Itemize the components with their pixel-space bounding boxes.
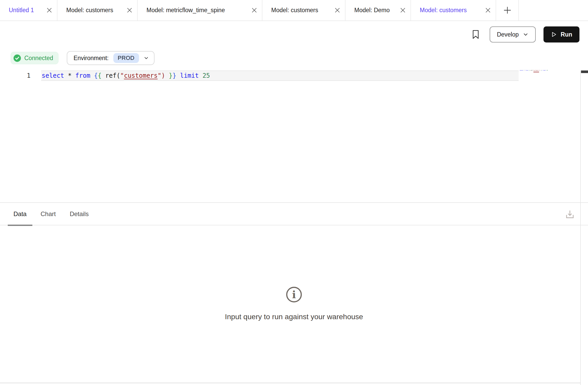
code-token: select bbox=[520, 70, 523, 71]
results-tab-label: Data bbox=[13, 210, 27, 218]
status-row: Connected Environment: PROD bbox=[11, 51, 155, 65]
download-icon[interactable] bbox=[564, 209, 576, 220]
code-token bbox=[101, 72, 105, 79]
code-token: limit bbox=[543, 70, 546, 71]
connected-status-badge: Connected bbox=[11, 52, 58, 64]
editor-tab[interactable]: Model: customers bbox=[57, 0, 138, 20]
editor-tab[interactable]: Model: Demo bbox=[346, 0, 411, 20]
code-token: ref bbox=[105, 72, 116, 79]
code-token bbox=[64, 72, 68, 79]
develop-button[interactable]: Develop bbox=[490, 26, 536, 42]
code-token: " bbox=[120, 72, 124, 79]
code-token bbox=[199, 72, 202, 79]
close-icon[interactable] bbox=[335, 8, 340, 13]
code-token: 25 bbox=[202, 72, 210, 79]
tab-label: Model: customers bbox=[420, 7, 467, 14]
run-button-label: Run bbox=[561, 31, 572, 38]
code-token bbox=[72, 72, 75, 79]
results-tab-label: Chart bbox=[41, 210, 56, 218]
chevron-down-icon bbox=[523, 32, 528, 37]
results-tab[interactable]: Data bbox=[13, 203, 27, 225]
tab-label: Model: customers bbox=[66, 7, 113, 14]
check-circle-icon bbox=[13, 54, 21, 62]
code-token: } bbox=[173, 72, 176, 79]
bottom-divider bbox=[0, 382, 580, 383]
chevron-down-icon bbox=[144, 55, 149, 61]
code-token bbox=[90, 72, 94, 79]
scrollbar-thumb[interactable] bbox=[581, 70, 588, 73]
tab-bar: Untitled 1 Model: customers Model: metri… bbox=[0, 0, 588, 21]
results-tab-bar: Data Chart Details bbox=[0, 202, 588, 225]
code-token: 25 bbox=[547, 70, 548, 71]
code-token: customers bbox=[533, 70, 539, 71]
toolbar: Develop Run bbox=[0, 21, 588, 48]
code-token: from bbox=[525, 70, 528, 71]
code-token: " bbox=[158, 72, 161, 79]
develop-button-label: Develop bbox=[497, 31, 519, 38]
results-tab-label: Details bbox=[70, 210, 89, 218]
add-tab-button[interactable] bbox=[496, 0, 519, 20]
code-token: * bbox=[68, 72, 71, 79]
plus-icon bbox=[503, 6, 512, 15]
bookmark-icon[interactable] bbox=[472, 30, 479, 39]
minimap: select * from {{ ref("customers") }} lim… bbox=[520, 69, 548, 72]
code-token: customers bbox=[124, 72, 158, 79]
code-token: from bbox=[75, 72, 90, 79]
connected-label: Connected bbox=[24, 55, 53, 62]
editor-tab[interactable]: Model: customers bbox=[262, 0, 346, 20]
sql-editor[interactable]: 1 select * from {{ ref("customers") }} l… bbox=[0, 65, 588, 202]
tab-label: Model: Demo bbox=[354, 7, 390, 14]
environment-value-pill: PROD bbox=[113, 53, 139, 63]
info-circle-icon: i bbox=[285, 286, 303, 305]
close-icon[interactable] bbox=[400, 8, 405, 13]
code-token bbox=[176, 72, 180, 79]
code-line[interactable]: select * from {{ ref("customers") }} lim… bbox=[42, 70, 210, 81]
line-number: 1 bbox=[23, 70, 31, 81]
scrollbar-track bbox=[580, 70, 581, 385]
play-icon bbox=[551, 31, 557, 38]
environment-selector[interactable]: Environment: PROD bbox=[67, 51, 154, 65]
code-token: { bbox=[94, 72, 98, 79]
close-icon[interactable] bbox=[47, 8, 52, 13]
code-token: select bbox=[42, 72, 64, 79]
active-tab-underline bbox=[8, 225, 32, 226]
tab-label: Model: metricflow_time_spine bbox=[146, 7, 225, 14]
code-token: ) bbox=[161, 72, 165, 79]
results-tab[interactable]: Details bbox=[70, 203, 89, 225]
close-icon[interactable] bbox=[486, 8, 490, 13]
code-token bbox=[165, 72, 169, 79]
editor-tab[interactable]: Model: customers bbox=[411, 0, 496, 20]
results-tab[interactable]: Chart bbox=[41, 203, 56, 225]
code-token: limit bbox=[180, 72, 199, 79]
empty-state-message: Input query to run against your warehous… bbox=[0, 312, 588, 321]
code-token: ( bbox=[116, 72, 120, 79]
editor-tab[interactable]: Untitled 1 bbox=[0, 0, 57, 20]
editor-tab[interactable]: Model: metricflow_time_spine bbox=[138, 0, 262, 20]
close-icon[interactable] bbox=[127, 8, 132, 13]
code-token: } bbox=[169, 72, 172, 79]
svg-text:i: i bbox=[292, 289, 296, 301]
run-button[interactable]: Run bbox=[543, 26, 579, 42]
environment-label: Environment: bbox=[74, 55, 109, 62]
tab-label: Untitled 1 bbox=[9, 7, 34, 14]
code-token: { bbox=[98, 72, 101, 79]
tab-label: Model: customers bbox=[271, 7, 318, 14]
close-icon[interactable] bbox=[252, 8, 257, 13]
